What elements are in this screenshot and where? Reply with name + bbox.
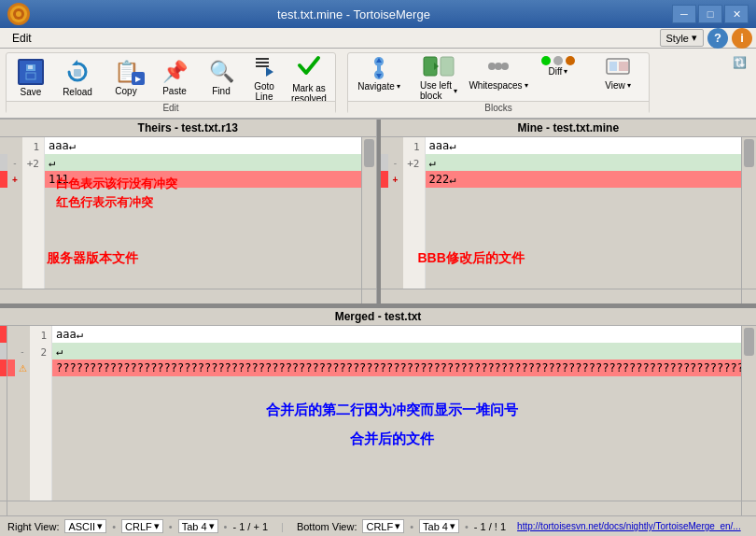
paste-button[interactable]: 📌 Paste <box>152 53 197 102</box>
merged-annotation-2: 合并后的文件 <box>47 430 737 448</box>
view-icon <box>605 56 631 79</box>
style-label: Style <box>666 33 689 44</box>
minimize-button[interactable]: ─ <box>672 5 696 23</box>
whitespaces-icon <box>485 56 511 79</box>
svg-point-2 <box>16 11 21 17</box>
theirs-annotation-server: 服务器版本文件 <box>47 250 138 267</box>
svg-point-23 <box>501 63 509 70</box>
svg-rect-8 <box>74 69 81 77</box>
refresh-button[interactable]: 🔃 <box>733 56 747 69</box>
mine-scrollbar-h[interactable] <box>381 289 757 303</box>
svg-rect-5 <box>26 73 35 79</box>
svg-rect-19 <box>441 57 454 76</box>
encoding1-dropdown[interactable]: ASCII ▾ <box>64 519 106 533</box>
merged-scrollbar-v[interactable] <box>741 326 756 515</box>
view-button[interactable]: View ▾ <box>589 53 647 102</box>
svg-rect-15 <box>377 65 381 72</box>
tab2-dropdown[interactable]: Tab 4 ▾ <box>419 519 459 533</box>
toolbar: Save Reload 📋 ▶ Copy <box>0 49 756 120</box>
maximize-button[interactable]: □ <box>698 5 722 23</box>
theirs-scrollbar-v[interactable] <box>361 137 376 289</box>
merged-line-2: ↵ <box>52 343 741 360</box>
find-button[interactable]: 🔍 Find <box>199 53 244 102</box>
navigate-button[interactable]: Navigate ▾ <box>350 53 408 102</box>
menu-edit[interactable]: Edit <box>4 29 40 48</box>
reload-button[interactable]: Reload <box>55 53 100 102</box>
window-title: test.txt.mine - TortoiseMerge <box>35 7 672 21</box>
svg-marker-7 <box>72 60 77 65</box>
mark-resolved-button[interactable]: Mark asresolved <box>285 53 333 102</box>
main-area: Theirs - test.txt.r13 - + <box>0 120 756 515</box>
app-logo <box>7 3 30 25</box>
use-left-label: Use leftblock ▾ <box>420 80 457 101</box>
pos1: - 1 / + 1 <box>232 521 268 532</box>
navigate-label: Navigate ▾ <box>357 81 399 92</box>
help-url[interactable]: http://tortoisesvn.net/docs/nightly/Tort… <box>517 521 741 531</box>
save-icon <box>18 59 44 85</box>
svg-rect-10 <box>256 62 269 63</box>
svg-rect-6 <box>28 65 33 69</box>
merged-annotation-1: 合并后的第二行因为冲突而显示一堆问号 <box>47 402 737 419</box>
merged-change-indicator <box>7 326 15 515</box>
refresh-area: 🔃 <box>729 52 750 73</box>
theirs-line-markers: - + <box>7 137 22 289</box>
find-icon: 🔍 <box>209 60 234 84</box>
reload-label: Reload <box>63 87 92 97</box>
save-button[interactable]: Save <box>8 53 53 102</box>
toolbar-right-controls: Style ▾ ? i <box>660 28 752 49</box>
copy-button[interactable]: 📋 ▶ Copy <box>102 53 150 102</box>
help-button[interactable]: ? <box>707 28 728 49</box>
bottom-view-label: Bottom View: <box>297 521 357 532</box>
svg-rect-26 <box>619 62 628 71</box>
merged-line-1: aaa↵ <box>52 326 741 343</box>
mine-line-3: 222↵ <box>426 171 742 188</box>
diff-icon <box>541 56 575 65</box>
diff-button[interactable]: Diff ▾ <box>529 53 587 102</box>
title-bar: test.txt.mine - TortoiseMerge ─ □ ✕ <box>0 0 756 28</box>
close-button[interactable]: ✕ <box>724 5 749 23</box>
merged-scrollbar-h[interactable] <box>0 501 756 515</box>
info-button[interactable]: i <box>732 28 752 49</box>
merged-gutter <box>0 326 7 515</box>
style-button[interactable]: Style ▾ <box>660 29 704 47</box>
diff-label: Diff ▾ <box>549 66 568 77</box>
goto-icon <box>253 54 275 79</box>
merged-header: Merged - test.txt <box>0 308 756 326</box>
mine-scrollbar-v[interactable] <box>741 137 756 289</box>
mark-resolved-icon <box>296 52 322 81</box>
mine-change-indicator <box>381 137 388 289</box>
encoding2-dropdown[interactable]: CRLF ▾ <box>362 519 404 533</box>
mine-line-2: ↵ <box>426 154 742 171</box>
theirs-header: Theirs - test.txt.r13 <box>0 120 376 137</box>
pos2: - 1 / ! 1 <box>474 521 506 532</box>
eol1-dropdown[interactable]: CRLF ▾ <box>121 519 163 533</box>
reload-icon <box>64 59 91 85</box>
right-view-label: Right View: <box>7 521 59 532</box>
paste-label: Paste <box>162 86 187 96</box>
theirs-annotation-red: 红色行表示有冲突 <box>56 194 153 211</box>
edit-group-label: Edit <box>7 101 335 114</box>
mine-annotation-bbb: BBB修改后的文件 <box>418 250 525 267</box>
split-panes: Theirs - test.txt.r13 - + <box>0 120 756 306</box>
mine-header: Mine - test.txt.mine <box>381 120 757 137</box>
use-left-block-button[interactable]: Use leftblock ▾ <box>410 53 468 102</box>
toolbar-blocks-group: Navigate ▾ Use leftblock ▾ Whitespaces <box>347 52 650 114</box>
theirs-annotation-white: 白色表示该行没有冲突 <box>56 176 177 192</box>
theirs-scrollbar-h[interactable] <box>0 289 376 303</box>
theirs-line-1: aaa↵ <box>45 137 361 154</box>
svg-rect-11 <box>256 65 269 67</box>
merged-line-3: ????????????????????????????????????????… <box>52 360 741 376</box>
whitespaces-button[interactable]: Whitespaces ▾ <box>469 53 527 102</box>
find-label: Find <box>212 86 230 96</box>
tab1-dropdown[interactable]: Tab 4 ▾ <box>178 519 218 533</box>
blocks-group-label: Blocks <box>348 101 649 114</box>
paste-icon: 📌 <box>162 60 188 84</box>
copy-overlay-icon: ▶ <box>132 72 145 85</box>
menu-bar: Edit Style ▾ ? i <box>0 28 756 49</box>
merged-pane: Merged - test.txt - ⚠ <box>0 306 756 515</box>
use-left-block-icon <box>423 56 455 79</box>
goto-line-button[interactable]: GotoLine <box>245 53 283 102</box>
merged-annotation-area: 合并后的第二行因为冲突而显示一堆问号 合并后的文件 <box>47 402 737 448</box>
mine-line-markers: - + <box>388 137 403 289</box>
svg-point-21 <box>488 63 496 70</box>
